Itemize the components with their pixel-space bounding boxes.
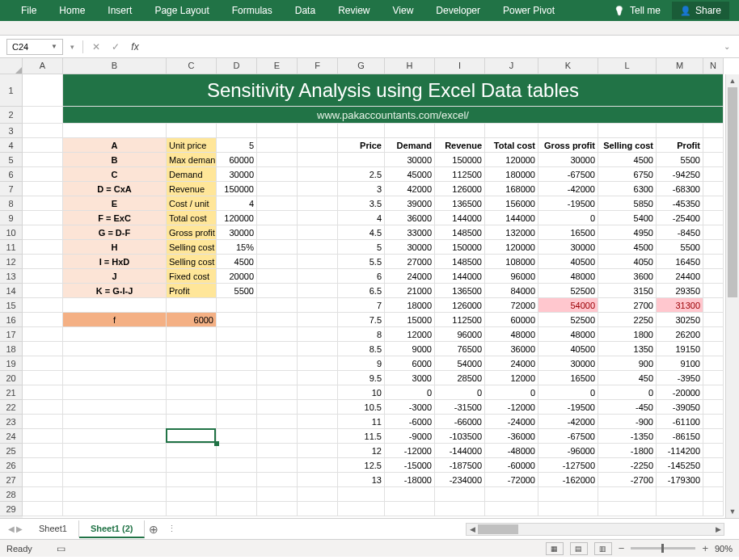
data-G26[interactable]: 12.5 (338, 458, 385, 473)
data-G17[interactable]: 8 (338, 327, 385, 342)
data-H21[interactable]: 0 (385, 385, 435, 400)
cell-I28[interactable] (435, 487, 485, 502)
data-G22[interactable]: 10.5 (338, 400, 385, 415)
cell-I3[interactable] (435, 124, 485, 138)
cell-A24[interactable] (23, 429, 63, 444)
cell-F19[interactable] (298, 356, 338, 371)
cell-A7[interactable] (23, 182, 63, 196)
cell-C28[interactable] (167, 487, 217, 502)
sheet-tab-overflow[interactable]: ⋮ (163, 524, 181, 534)
data-M18[interactable]: 19150 (657, 342, 703, 356)
data-I14[interactable]: 136500 (435, 284, 485, 298)
cell-E27[interactable] (257, 473, 298, 487)
data-K17[interactable]: 48000 (538, 327, 598, 342)
param-key-11[interactable]: H (63, 240, 167, 255)
data-G5[interactable] (338, 153, 385, 167)
cell-E14[interactable] (257, 284, 298, 298)
cell-N18[interactable] (703, 342, 724, 356)
data-G10[interactable]: 4.5 (338, 225, 385, 240)
data-H24[interactable]: -9000 (385, 429, 435, 444)
data-G23[interactable]: 11 (338, 415, 385, 429)
param-value-12[interactable]: 4500 (217, 255, 257, 269)
data-M8[interactable]: -45350 (657, 196, 703, 211)
data-M19[interactable]: 9100 (657, 356, 703, 371)
data-H6[interactable]: 45000 (385, 167, 435, 182)
data-L27[interactable]: -2700 (598, 473, 657, 487)
ribbon-tab-developer[interactable]: Developer (424, 1, 492, 20)
page-layout-view-button[interactable]: ▤ (570, 542, 588, 555)
data-J15[interactable]: 72000 (485, 298, 538, 313)
cell-A1[interactable] (23, 74, 63, 107)
data-J23[interactable]: -24000 (485, 415, 538, 429)
cell-C24[interactable] (167, 429, 217, 444)
data-L24[interactable]: -1350 (598, 429, 657, 444)
data-H7[interactable]: 42000 (385, 182, 435, 196)
cell-N19[interactable] (703, 356, 724, 371)
col-header-C[interactable]: C (167, 58, 217, 74)
data-M9[interactable]: -25400 (657, 211, 703, 225)
data-M15[interactable]: 31300 (657, 298, 703, 313)
cell-area[interactable]: Sensitivity Analysis using Excel Data ta… (23, 74, 724, 516)
cell-H3[interactable] (385, 124, 435, 138)
select-all-corner[interactable] (0, 58, 23, 74)
row-header-2[interactable]: 2 (0, 107, 23, 124)
data-H16[interactable]: 15000 (385, 313, 435, 327)
scroll-left-arrow[interactable]: ◀ (467, 524, 478, 535)
data-G27[interactable]: 13 (338, 473, 385, 487)
cell-N28[interactable] (703, 487, 724, 502)
zoom-slider[interactable] (631, 547, 695, 549)
ribbon-tab-home[interactable]: Home (48, 1, 96, 20)
row-header-27[interactable]: 27 (0, 473, 23, 487)
ribbon-tab-view[interactable]: View (382, 1, 425, 20)
cell-N12[interactable] (703, 255, 724, 269)
cell-G29[interactable] (338, 502, 385, 516)
cell-D29[interactable] (217, 502, 257, 516)
data-H11[interactable]: 30000 (385, 240, 435, 255)
cell-F8[interactable] (298, 196, 338, 211)
cell-N20[interactable] (703, 371, 724, 385)
data-K25[interactable]: -96000 (538, 444, 598, 458)
ribbon-tab-insert[interactable]: Insert (96, 1, 143, 20)
data-J5[interactable]: 120000 (485, 153, 538, 167)
data-I23[interactable]: -66000 (435, 415, 485, 429)
cell-H29[interactable] (385, 502, 435, 516)
row-header-3[interactable]: 3 (0, 124, 23, 138)
data-K13[interactable]: 48000 (538, 269, 598, 284)
cell-F16[interactable] (298, 313, 338, 327)
data-G9[interactable]: 4 (338, 211, 385, 225)
data-L20[interactable]: 450 (598, 371, 657, 385)
cell-D18[interactable] (217, 342, 257, 356)
cell-G3[interactable] (338, 124, 385, 138)
data-H15[interactable]: 18000 (385, 298, 435, 313)
cell-F13[interactable] (298, 269, 338, 284)
data-H10[interactable]: 33000 (385, 225, 435, 240)
cell-B23[interactable] (63, 415, 167, 429)
cell-N5[interactable] (703, 153, 724, 167)
cell-C3[interactable] (167, 124, 217, 138)
cell-D28[interactable] (217, 487, 257, 502)
param-key-12[interactable]: I = HxD (63, 255, 167, 269)
data-L25[interactable]: -1800 (598, 444, 657, 458)
data-H27[interactable]: -18000 (385, 473, 435, 487)
data-I5[interactable]: 150000 (435, 153, 485, 167)
ribbon-tab-power-pivot[interactable]: Power Pivot (492, 1, 566, 20)
cell-D19[interactable] (217, 356, 257, 371)
cancel-formula-button[interactable]: ✕ (88, 41, 104, 53)
data-M22[interactable]: -39050 (657, 400, 703, 415)
data-I20[interactable]: 28500 (435, 371, 485, 385)
data-M7[interactable]: -68300 (657, 182, 703, 196)
row-header-13[interactable]: 13 (0, 269, 23, 284)
cell-A2[interactable] (23, 107, 63, 124)
data-L26[interactable]: -2250 (598, 458, 657, 473)
cell-H28[interactable] (385, 487, 435, 502)
ribbon-tab-review[interactable]: Review (327, 1, 381, 20)
data-G14[interactable]: 6.5 (338, 284, 385, 298)
data-J7[interactable]: 168000 (485, 182, 538, 196)
data-L5[interactable]: 4500 (598, 153, 657, 167)
data-M20[interactable]: -3950 (657, 371, 703, 385)
col-header-B[interactable]: B (63, 58, 167, 74)
data-I26[interactable]: -187500 (435, 458, 485, 473)
cell-A23[interactable] (23, 415, 63, 429)
data-G16[interactable]: 7.5 (338, 313, 385, 327)
data-K21[interactable]: 0 (538, 385, 598, 400)
